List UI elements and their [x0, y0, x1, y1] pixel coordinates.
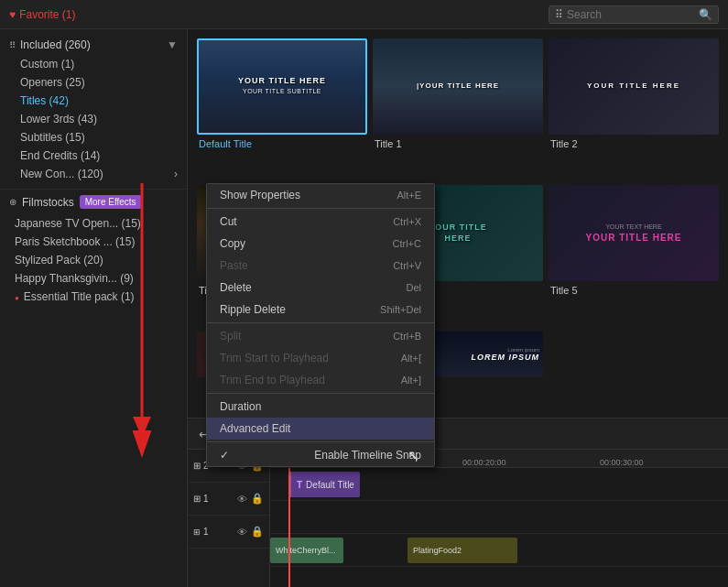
search-bar[interactable]: ⠿ 🔍 [549, 5, 719, 24]
ctx-delete-shortcut: Del [406, 282, 421, 293]
sidebar: ⠿ Included (260) ▼ Custom (1) Openers (2… [0, 29, 188, 587]
thumb-text-default: YOUR TITLE HEREYOUR TITLE SUBTITLE [238, 76, 326, 97]
title-thumb-5[interactable]: YOUR TEXT HERE Your Title Here [549, 185, 719, 281]
track-1-icons: 👁 🔒 [237, 493, 264, 505]
ctx-delete[interactable]: Delete Del [207, 277, 434, 299]
ctx-sep-4 [207, 441, 434, 442]
thumb-text-5: Your Title Here [585, 232, 681, 244]
track-1-number: 1 [203, 494, 209, 504]
sidebar-item-lower3rds[interactable]: Lower 3rds (43) [0, 110, 187, 128]
ctx-ripple-delete-shortcut: Shift+Del [380, 304, 421, 315]
title-item-1[interactable]: |YOUR TITLE HERE Title 1 [373, 38, 543, 179]
ctx-ripple-delete[interactable]: Ripple Delete Shift+Del [207, 299, 434, 321]
playhead[interactable] [288, 468, 290, 587]
heart-icon: ♥ [9, 8, 16, 21]
title-thumb-default[interactable]: YOUR TITLE HEREYOUR TITLE SUBTITLE [197, 38, 367, 135]
sidebar-item-endcredits[interactable]: End Credits (14) [0, 147, 187, 165]
ctx-split-label: Split [220, 330, 241, 342]
favorite-label: Favorite (1) [19, 8, 75, 21]
ctx-cut-label: Cut [220, 215, 237, 228]
title-label-2: Title 2 [549, 138, 719, 149]
ctx-copy-label: Copy [220, 237, 245, 250]
filmstocks-icon: ⊕ [9, 197, 16, 207]
ctx-snap-check: ✓ [220, 449, 229, 462]
ctx-paste: Paste Ctrl+V [207, 255, 434, 277]
chevron-down-icon: ▼ [167, 38, 178, 51]
track-row-1 [270, 501, 728, 534]
title-item-default[interactable]: YOUR TITLE HEREYOUR TITLE SUBTITLE Defau… [197, 38, 367, 179]
track-row-video: WhiteCherryBl... PlatingFood2 [270, 534, 728, 567]
ctx-cut[interactable]: Cut Ctrl+X [207, 211, 434, 233]
track-video-lock-icon[interactable]: 🔒 [251, 526, 264, 538]
track-label-video: ⊞ 1 👁 🔒 [188, 516, 269, 549]
search-input[interactable] [567, 8, 695, 21]
filmstock-item-paris[interactable]: Paris Sketchbook ... (15) [0, 233, 187, 251]
filmstock-item-essential[interactable]: Essential Title pack (1) [0, 288, 187, 306]
title-item-5[interactable]: YOUR TEXT HERE Your Title Here Title 5 [549, 185, 719, 326]
included-label: Included (260) [20, 38, 91, 51]
ctx-sep-2 [207, 322, 434, 323]
video-clip-cherry[interactable]: WhiteCherryBl... [270, 538, 343, 563]
grid-icon: ⠿ [9, 40, 16, 50]
ctx-sep-1 [207, 208, 434, 209]
ctx-duration[interactable]: Duration [207, 396, 434, 418]
sidebar-item-newcon[interactable]: New Con... (120) › [0, 165, 187, 183]
sidebar-item-openers[interactable]: Openers (25) [0, 73, 187, 92]
context-menu: Show Properties Alt+E Cut Ctrl+X Copy Ct… [206, 183, 435, 467]
ruler-tick-30: 00:00:30:00 [600, 458, 644, 467]
thumb-text-7: Lorem Ipsum [471, 353, 539, 364]
title-clip[interactable]: T Default Title [288, 472, 360, 497]
filmstock-item-japanese[interactable]: Japanese TV Open... (15) [0, 214, 187, 233]
thumb-text-5-sub: YOUR TEXT HERE [605, 223, 661, 230]
title-clip-label: Default Title [306, 480, 354, 490]
title-thumb-2[interactable]: YOUR TITLE HERE [549, 38, 719, 135]
ctx-enable-snap-label: Enable Timeline Snap [314, 449, 421, 462]
track-video-number: 1 [203, 527, 209, 537]
ctx-sep-3 [207, 393, 434, 394]
timeline-tracks-labels: ⊞ 2 👁 🔒 ⊞ 1 👁 [188, 450, 270, 587]
sidebar-included-header[interactable]: ⠿ Included (260) ▼ [0, 35, 187, 55]
ctx-show-properties-label: Show Properties [220, 189, 300, 201]
thumb-text-1: |YOUR TITLE HERE [417, 82, 499, 91]
ctx-trim-start: Trim Start to Playhead Alt+[ [207, 347, 434, 369]
track-1-eye-icon[interactable]: 👁 [237, 494, 247, 505]
ctx-ripple-delete-label: Ripple Delete [220, 303, 286, 316]
filmstocks-header: ⊕ Filmstocks More Effects [0, 190, 187, 214]
sidebar-included-section: ⠿ Included (260) ▼ Custom (1) Openers (2… [0, 29, 187, 190]
track-video-icon: ⊞ [193, 527, 201, 537]
track-video-eye-icon[interactable]: 👁 [237, 527, 247, 538]
ctx-copy[interactable]: Copy Ctrl+C [207, 233, 434, 255]
more-effects-button[interactable]: More Effects [80, 195, 142, 209]
filmstocks-label: Filmstocks [22, 196, 74, 209]
timeline-body: ⊞ 2 👁 🔒 ⊞ 1 👁 [188, 450, 728, 587]
track-video-icons: 👁 🔒 [237, 526, 264, 538]
ctx-split: Split Ctrl+B [207, 325, 434, 347]
ctx-duration-label: Duration [220, 400, 261, 413]
ctx-enable-snap[interactable]: ✓ Enable Timeline Snap [207, 444, 434, 466]
title-item-2[interactable]: YOUR TITLE HERE Title 2 [549, 38, 719, 179]
grid-dots-icon: ⠿ [555, 8, 563, 21]
ctx-cut-shortcut: Ctrl+X [393, 216, 421, 227]
timeline-ruler-area: 00:00:00:00 00:00:20:00 00:00:30:00 T De… [270, 450, 728, 587]
ctx-advanced-edit[interactable]: Advanced Edit [207, 418, 434, 440]
title-thumb-1[interactable]: |YOUR TITLE HERE [373, 38, 543, 135]
sidebar-item-custom[interactable]: Custom (1) [0, 55, 187, 73]
ctx-trim-start-label: Trim Start to Playhead [220, 352, 329, 364]
ctx-show-properties[interactable]: Show Properties Alt+E [207, 184, 434, 206]
track-row-2: T Default Title [270, 468, 728, 501]
ctx-trim-end: Trim End to Playhead Alt+] [207, 369, 434, 391]
title-label-default: Default Title [197, 138, 367, 149]
filmstock-item-stylized[interactable]: Stylized Pack (20) [0, 251, 187, 269]
sidebar-item-titles[interactable]: Titles (42) [0, 92, 187, 110]
ctx-delete-label: Delete [220, 281, 252, 294]
sidebar-item-subtitles[interactable]: Subtitles (15) [0, 128, 187, 147]
video-clip-food[interactable]: PlatingFood2 [407, 538, 517, 563]
favorite-button[interactable]: ♥ Favorite (1) [9, 8, 75, 21]
video-clip-cherry-label: WhiteCherryBl... [276, 546, 336, 555]
track-1-lock-icon[interactable]: 🔒 [251, 493, 264, 505]
ctx-trim-start-shortcut: Alt+[ [401, 353, 421, 364]
filmstock-item-thanksgiving[interactable]: Happy Thanksgivin... (9) [0, 269, 187, 288]
ctx-advanced-edit-label: Advanced Edit [220, 422, 290, 435]
thumb-text-4: YOUR TITLEHERE [429, 223, 487, 244]
track-label-1: ⊞ 1 👁 🔒 [188, 483, 269, 516]
